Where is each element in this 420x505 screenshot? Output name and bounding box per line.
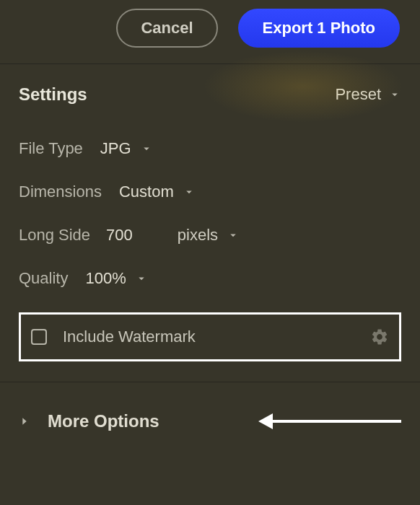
settings-panel: Settings Preset File Type JPG Dimensions… — [0, 64, 420, 382]
preset-dropdown[interactable]: Preset — [335, 85, 401, 104]
export-button[interactable]: Export 1 Photo — [238, 9, 400, 48]
more-options-section: More Options — [0, 382, 420, 446]
more-options-toggle[interactable]: More Options — [19, 411, 159, 431]
chevron-down-icon — [135, 272, 148, 285]
quality-label: Quality — [19, 269, 68, 288]
watermark-label: Include Watermark — [63, 328, 196, 346]
file-type-dropdown[interactable]: JPG — [100, 139, 153, 158]
action-buttons: Cancel Export 1 Photo — [0, 0, 420, 63]
file-type-value: JPG — [100, 139, 131, 158]
dimensions-label: Dimensions — [19, 183, 102, 201]
chevron-right-icon — [19, 414, 30, 429]
quality-dropdown[interactable]: 100% — [85, 269, 147, 288]
arrow-left-annotation — [271, 420, 401, 423]
chevron-down-icon — [227, 229, 240, 242]
watermark-checkbox[interactable] — [31, 329, 47, 345]
file-type-row: File Type JPG — [19, 139, 401, 158]
long-side-units-dropdown[interactable]: pixels — [178, 226, 240, 245]
dimensions-value: Custom — [119, 183, 174, 201]
chevron-down-icon — [388, 88, 401, 101]
long-side-units: pixels — [178, 226, 218, 245]
long-side-input[interactable]: 700 — [106, 226, 133, 245]
long-side-row: Long Side 700 pixels — [19, 226, 401, 245]
gear-icon[interactable] — [370, 328, 389, 346]
quality-row: Quality 100% — [19, 269, 401, 288]
cancel-button[interactable]: Cancel — [116, 9, 217, 48]
dimensions-dropdown[interactable]: Custom — [119, 183, 196, 201]
watermark-highlight-box: Include Watermark — [19, 312, 401, 361]
file-type-label: File Type — [19, 139, 83, 158]
quality-value: 100% — [85, 269, 126, 288]
preset-label: Preset — [335, 85, 381, 104]
chevron-down-icon — [140, 142, 153, 155]
dimensions-row: Dimensions Custom — [19, 183, 401, 201]
long-side-label: Long Side — [19, 226, 90, 245]
settings-title: Settings — [19, 84, 87, 105]
chevron-down-icon — [183, 185, 196, 198]
more-options-label: More Options — [48, 411, 159, 431]
